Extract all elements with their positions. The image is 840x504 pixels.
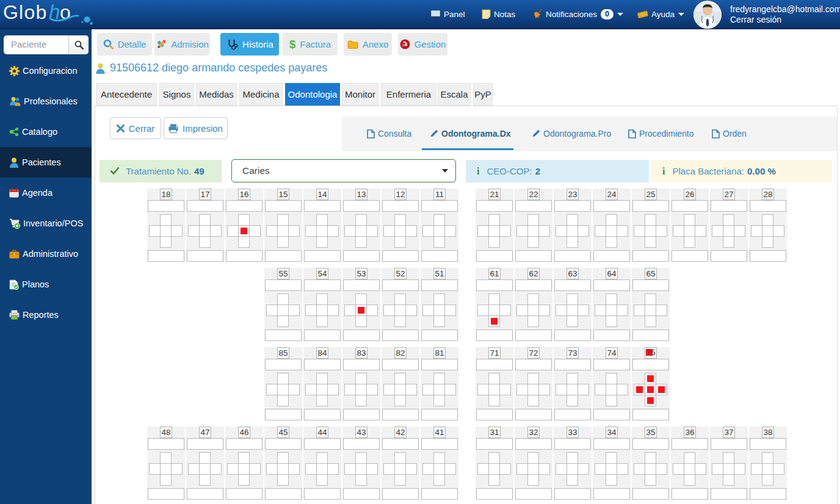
svg-text:24: 24	[402, 43, 406, 47]
svg-text:Glob: Glob	[3, 1, 47, 23]
